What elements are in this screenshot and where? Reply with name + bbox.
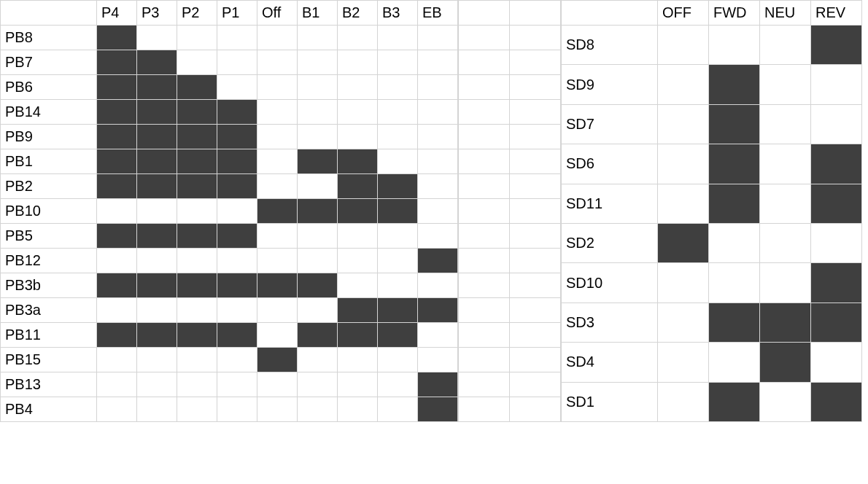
t2-cell bbox=[811, 104, 862, 144]
spacer-cell bbox=[459, 26, 510, 50]
spacer-cell bbox=[510, 348, 561, 372]
t1-colhead: B1 bbox=[298, 1, 338, 26]
t1-colhead: P2 bbox=[177, 1, 217, 26]
t1-cell bbox=[137, 323, 177, 348]
t2-cell bbox=[760, 223, 811, 262]
t2-cell bbox=[658, 343, 709, 382]
t1-cell bbox=[298, 174, 338, 199]
t2-rowlabel: SD3 bbox=[562, 302, 658, 342]
t2-rowlabel: SD8 bbox=[562, 26, 658, 65]
t1-cell bbox=[137, 149, 177, 174]
spacer-cell bbox=[510, 199, 561, 224]
t1-cell bbox=[418, 26, 458, 50]
spacer-cell bbox=[459, 397, 510, 422]
t1-cell bbox=[177, 149, 217, 174]
t2-cell bbox=[709, 223, 760, 262]
t1-cell bbox=[298, 298, 338, 323]
t2-cell bbox=[760, 382, 811, 421]
t1-cell bbox=[338, 26, 378, 50]
t2-cell bbox=[760, 343, 811, 382]
t1-rowlabel: PB4 bbox=[1, 397, 97, 422]
t1-cell bbox=[298, 149, 338, 174]
t1-cell bbox=[177, 75, 217, 100]
t1-cell bbox=[298, 125, 338, 149]
t1-cell bbox=[298, 50, 338, 75]
t1-rowlabel: PB3b bbox=[1, 273, 97, 298]
t1-cell bbox=[257, 372, 298, 397]
t1-cell bbox=[378, 348, 418, 372]
t1-rowlabel: PB14 bbox=[1, 100, 97, 125]
spacer-cell bbox=[459, 224, 510, 249]
t2-cell bbox=[760, 184, 811, 223]
t1-cell bbox=[97, 149, 137, 174]
t1-cell bbox=[418, 199, 458, 224]
t1-cell bbox=[378, 224, 418, 249]
t1-cell bbox=[378, 125, 418, 149]
t1-cell bbox=[418, 50, 458, 75]
t2-cell bbox=[709, 343, 760, 382]
t1-cell bbox=[217, 323, 257, 348]
spacer-cell bbox=[459, 249, 510, 273]
t1-cell bbox=[338, 323, 378, 348]
spacer-cell bbox=[459, 199, 510, 224]
t2-cell bbox=[709, 144, 760, 184]
t1-cell bbox=[378, 26, 418, 50]
spacer-cell bbox=[459, 149, 510, 174]
heatmap-table-1: P4P3P2P1OffB1B2B3EB PB8PB7PB6PB14PB9PB1P… bbox=[0, 0, 458, 422]
t1-colhead: EB bbox=[418, 1, 458, 26]
t1-cell bbox=[217, 348, 257, 372]
t1-cell bbox=[177, 50, 217, 75]
t1-cell bbox=[217, 75, 257, 100]
t1-cell bbox=[217, 199, 257, 224]
t1-cell bbox=[257, 50, 298, 75]
t2-cell bbox=[658, 382, 709, 421]
t1-colhead: Off bbox=[257, 1, 298, 26]
t1-cell bbox=[257, 125, 298, 149]
t1-corner bbox=[1, 1, 97, 26]
spacer-cell bbox=[510, 298, 561, 323]
t1-cell bbox=[217, 372, 257, 397]
t1-cell bbox=[378, 199, 418, 224]
t1-cell bbox=[298, 397, 338, 422]
t1-cell bbox=[338, 348, 378, 372]
spacer-cell bbox=[459, 75, 510, 100]
t1-cell bbox=[257, 249, 298, 273]
t1-cell bbox=[137, 100, 177, 125]
t2-cell bbox=[811, 223, 862, 262]
t1-cell bbox=[177, 397, 217, 422]
spacer-cell bbox=[459, 125, 510, 149]
t1-cell bbox=[97, 323, 137, 348]
t1-rowlabel: PB9 bbox=[1, 125, 97, 149]
t1-cell bbox=[298, 323, 338, 348]
spacer-cell bbox=[510, 75, 561, 100]
t2-cell bbox=[658, 184, 709, 223]
t2-rowlabel: SD11 bbox=[562, 184, 658, 223]
t1-rowlabel: PB13 bbox=[1, 372, 97, 397]
t2-colhead: NEU bbox=[760, 1, 811, 26]
t1-cell bbox=[418, 125, 458, 149]
spacer-cell bbox=[510, 249, 561, 273]
t1-cell bbox=[418, 397, 458, 422]
t1-cell bbox=[338, 397, 378, 422]
t1-cell bbox=[257, 224, 298, 249]
t1-cell bbox=[418, 174, 458, 199]
t1-cell bbox=[137, 26, 177, 50]
spacer-cell bbox=[510, 174, 561, 199]
t2-cell bbox=[811, 263, 862, 302]
t2-rowlabel: SD9 bbox=[562, 65, 658, 104]
spacer-cell bbox=[459, 1, 510, 26]
t1-cell bbox=[177, 372, 217, 397]
t1-cell bbox=[338, 149, 378, 174]
t1-cell bbox=[257, 149, 298, 174]
t1-cell bbox=[97, 75, 137, 100]
spacer-cell bbox=[510, 372, 561, 397]
t1-colhead: B3 bbox=[378, 1, 418, 26]
t2-cell bbox=[811, 302, 862, 342]
t1-cell bbox=[137, 125, 177, 149]
t1-cell bbox=[177, 348, 217, 372]
t2-cell bbox=[811, 65, 862, 104]
spacer-cell bbox=[510, 149, 561, 174]
t1-cell bbox=[97, 224, 137, 249]
t2-rowlabel: SD6 bbox=[562, 144, 658, 184]
t1-rowlabel: PB5 bbox=[1, 224, 97, 249]
